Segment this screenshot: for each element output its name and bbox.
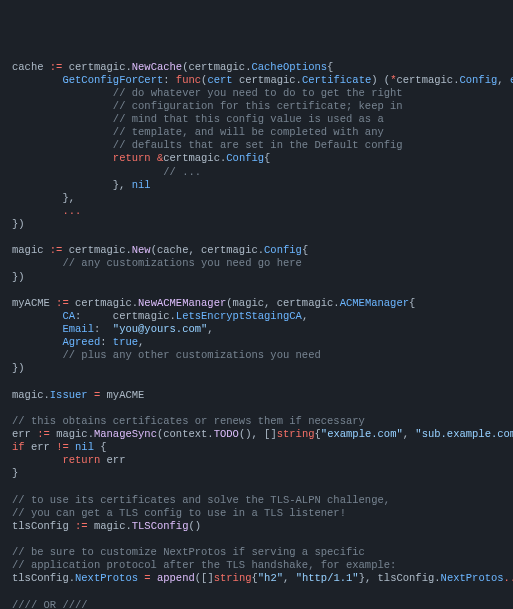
code-token: := <box>50 244 63 256</box>
code-token: } <box>12 467 18 479</box>
code-token: New <box>132 244 151 256</box>
code-token: NextProtos <box>75 572 138 584</box>
code-token: { <box>327 61 333 73</box>
code-token: }) <box>12 362 25 374</box>
code-token: // template, and will be completed with … <box>113 126 384 138</box>
code-token: string <box>214 572 252 584</box>
code-token: := <box>75 520 88 532</box>
code-token: // application protocol after the TLS ha… <box>12 559 396 571</box>
code-token: Config <box>226 152 264 164</box>
code-token: nil <box>132 179 151 191</box>
code-token: (context. <box>157 428 214 440</box>
code-token: "sub.example.com" <box>415 428 513 440</box>
code-token: Issuer <box>50 389 88 401</box>
code-token: string <box>277 428 315 440</box>
code-token <box>12 139 113 151</box>
code-token: // configuration for this certificate; k… <box>113 100 403 112</box>
code-token: , <box>283 572 296 584</box>
code-token: ... <box>62 205 81 217</box>
code-token: tlsConfig <box>12 520 75 532</box>
code-token: ) ( <box>371 74 390 86</box>
code-token: != <box>56 441 69 453</box>
code-token: NewCache <box>132 61 182 73</box>
code-token: := <box>56 297 69 309</box>
code-token: { <box>409 297 415 309</box>
code-token: certmagic. <box>233 74 302 86</box>
code-token: := <box>37 428 50 440</box>
code-token <box>12 454 62 466</box>
code-token <box>12 87 113 99</box>
code-token: myACME <box>12 297 56 309</box>
code-token: : <box>163 74 176 86</box>
code-token: : <box>94 323 113 335</box>
code-token: if <box>12 441 25 453</box>
code-token: NewACMEManager <box>138 297 226 309</box>
code-token: magic. <box>12 389 50 401</box>
code-token <box>12 100 113 112</box>
code-token: // be sure to customize NextProtos if se… <box>12 546 365 558</box>
code-token: }) <box>12 271 25 283</box>
code-token: ACMEManager <box>340 297 409 309</box>
code-token: ([] <box>195 572 214 584</box>
code-token <box>12 152 113 164</box>
code-token: Config <box>459 74 497 86</box>
code-token: func <box>176 74 201 86</box>
code-token: tlsConfig. <box>12 572 75 584</box>
code-token: // do whatever you need to do to get the… <box>113 87 403 99</box>
code-token: Config <box>264 244 302 256</box>
code-token: "example.com" <box>321 428 403 440</box>
code-token: Agreed <box>62 336 100 348</box>
code-token <box>12 310 62 322</box>
code-token: certmagic. <box>69 297 138 309</box>
code-token: // plus any other customizations you nee… <box>62 349 320 361</box>
code-token <box>12 349 62 361</box>
code-token: magic <box>12 244 50 256</box>
code-token: magic. <box>50 428 94 440</box>
code-token: Certificate <box>302 74 371 86</box>
code-token: TODO <box>214 428 239 440</box>
code-token: : <box>100 336 113 348</box>
code-token: // you can get a TLS config to use in a … <box>12 507 346 519</box>
code-token: append <box>157 572 195 584</box>
code-token: ... <box>504 572 513 584</box>
code-token <box>12 323 62 335</box>
code-token <box>12 126 113 138</box>
code-token: }, <box>12 179 132 191</box>
code-token: NextProtos <box>441 572 504 584</box>
code-token: // this obtains certificates or renews t… <box>12 415 365 427</box>
code-token: }) <box>12 218 25 230</box>
code-token: // ... <box>163 166 201 178</box>
code-token <box>12 257 62 269</box>
code-token: ManageSync <box>94 428 157 440</box>
code-token: CA <box>62 310 75 322</box>
code-token: := <box>50 61 63 73</box>
code-token <box>12 113 113 125</box>
code-token: Email <box>62 323 94 335</box>
code-token: , <box>138 336 144 348</box>
code-token: , <box>497 74 510 86</box>
code-token: // any customizations you need go here <box>62 257 301 269</box>
code-token: }, <box>12 192 75 204</box>
code-token: GetConfigForCert <box>62 74 163 86</box>
code-token: //// OR //// <box>12 599 88 609</box>
code-token <box>12 74 62 86</box>
code-token: err <box>25 441 57 453</box>
code-token: return <box>113 152 151 164</box>
code-token: true <box>113 336 138 348</box>
code-token: // defaults that are set in the Default … <box>113 139 403 151</box>
code-token: return <box>62 454 100 466</box>
code-token: { <box>264 152 270 164</box>
code-token: certmagic. <box>62 61 131 73</box>
code-token: TLSConfig <box>132 520 189 532</box>
code-token: "you@yours.com" <box>113 323 208 335</box>
code-token: { <box>94 441 107 453</box>
code-token: { <box>302 244 308 256</box>
code-token <box>12 336 62 348</box>
code-token <box>12 205 62 217</box>
code-token <box>12 166 163 178</box>
code-block: cache := certmagic.NewCache(certmagic.Ca… <box>12 61 501 610</box>
code-token: , <box>403 428 416 440</box>
code-token: certmagic. <box>163 152 226 164</box>
code-token: magic. <box>88 520 132 532</box>
code-token: (certmagic. <box>182 61 251 73</box>
